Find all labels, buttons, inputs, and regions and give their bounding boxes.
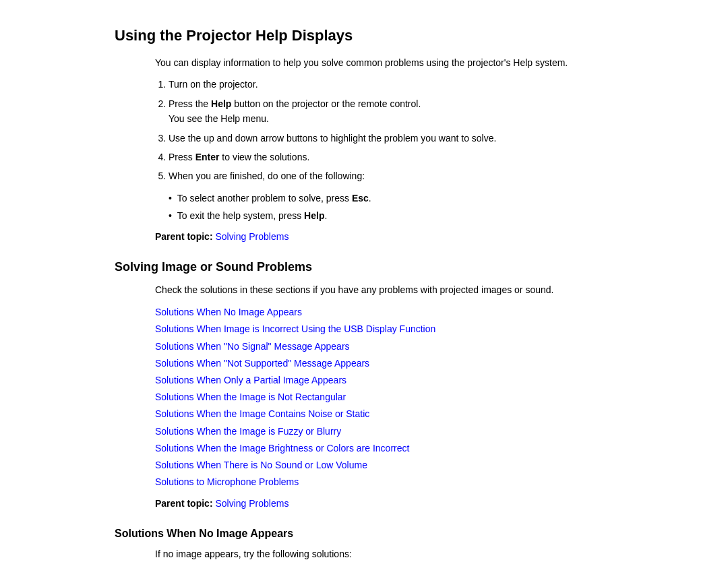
step4-bold: Enter xyxy=(195,152,220,162)
section1-bullets: To select another problem to solve, pres… xyxy=(169,191,613,224)
section-using-projector-help: Using the Projector Help Displays You ca… xyxy=(115,27,613,244)
section2-parent-label: Parent topic: xyxy=(155,498,213,509)
link-no-image[interactable]: Solutions When No Image Appears xyxy=(155,304,613,321)
section-solving-image-sound: Solving Image or Sound Problems Check th… xyxy=(115,260,613,511)
link-fuzzy-blurry[interactable]: Solutions When the Image is Fuzzy or Blu… xyxy=(155,423,613,440)
section2-parent-topic: Parent topic: Solving Problems xyxy=(155,496,613,511)
step-1: Turn on the projector. xyxy=(169,77,613,92)
bullet-esc: To select another problem to solve, pres… xyxy=(169,191,613,206)
section-no-image: Solutions When No Image Appears If no im… xyxy=(115,528,613,562)
link-brightness-colors[interactable]: Solutions When the Image Brightness or C… xyxy=(155,440,613,457)
link-microphone[interactable]: Solutions to Microphone Problems xyxy=(155,474,613,491)
esc-bold: Esc xyxy=(352,193,369,204)
section1-parent-link[interactable]: Solving Problems xyxy=(215,231,289,242)
help-bold: Help xyxy=(304,210,324,221)
section1-parent-label: Parent topic: xyxy=(155,231,213,242)
page-container: Using the Projector Help Displays You ca… xyxy=(101,0,627,562)
section3-title: Solutions When No Image Appears xyxy=(115,528,613,540)
section2-title: Solving Image or Sound Problems xyxy=(115,260,613,274)
link-no-sound[interactable]: Solutions When There is No Sound or Low … xyxy=(155,457,613,474)
link-no-signal[interactable]: Solutions When "No Signal" Message Appea… xyxy=(155,338,613,355)
section1-intro: You can display information to help you … xyxy=(155,55,613,70)
section1-title: Using the Projector Help Displays xyxy=(115,27,613,44)
step-4: Press Enter to view the solutions. xyxy=(169,150,613,164)
section2-links-block: Solutions When No Image Appears Solution… xyxy=(155,304,613,491)
step-2: Press the Help button on the projector o… xyxy=(169,96,613,127)
step-5: When you are finished, do one of the fol… xyxy=(169,168,613,183)
step-3: Use the up and down arrow buttons to hig… xyxy=(169,131,613,146)
link-usb-display[interactable]: Solutions When Image is Incorrect Using … xyxy=(155,321,613,338)
section1-parent-topic: Parent topic: Solving Problems xyxy=(155,229,613,244)
section2-intro: Check the solutions in these sections if… xyxy=(155,282,613,297)
link-noise-static[interactable]: Solutions When the Image Contains Noise … xyxy=(155,406,613,423)
link-partial-image[interactable]: Solutions When Only a Partial Image Appe… xyxy=(155,372,613,389)
section1-steps-list: Turn on the projector. Press the Help bu… xyxy=(169,77,613,183)
section2-parent-link[interactable]: Solving Problems xyxy=(215,498,289,509)
section3-intro: If no image appears, try the following s… xyxy=(155,547,613,561)
bullet-help: To exit the help system, press Help. xyxy=(169,208,613,223)
step2-bold: Help xyxy=(211,98,231,109)
link-not-rectangular[interactable]: Solutions When the Image is Not Rectangu… xyxy=(155,389,613,406)
link-not-supported[interactable]: Solutions When "Not Supported" Message A… xyxy=(155,355,613,372)
